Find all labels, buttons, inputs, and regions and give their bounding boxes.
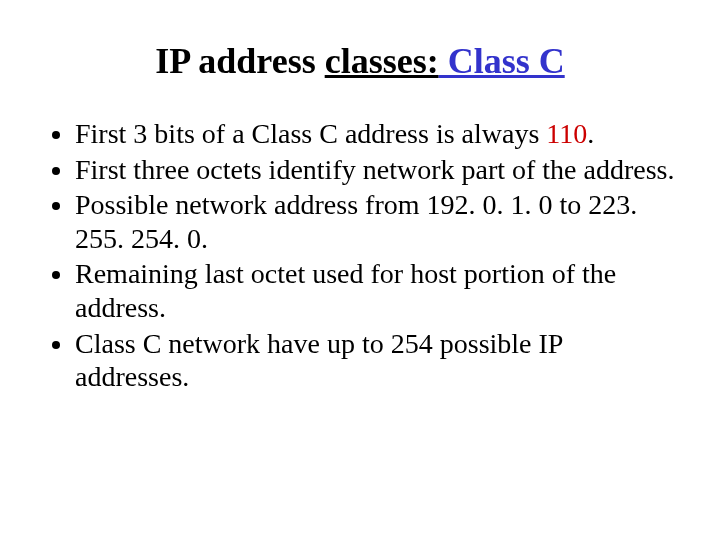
list-item: First three octets identify network part…: [75, 153, 680, 187]
bullet-text: First 3 bits of a Class C address is alw…: [75, 118, 546, 149]
title-blue: Class C: [439, 41, 565, 81]
title-underlined: classes:: [325, 41, 439, 81]
list-item: Possible network address from 192. 0. 1.…: [75, 188, 680, 255]
list-item: First 3 bits of a Class C address is alw…: [75, 117, 680, 151]
slide-title: IP address classes: Class C: [40, 40, 680, 82]
bullet-text: First three octets identify network part…: [75, 154, 675, 185]
bullet-text: Remaining last octet used for host porti…: [75, 258, 616, 323]
list-item: Remaining last octet used for host porti…: [75, 257, 680, 324]
title-prefix: IP address: [155, 41, 324, 81]
bullet-list: First 3 bits of a Class C address is alw…: [40, 117, 680, 394]
bullet-text: .: [587, 118, 594, 149]
bullet-text: Class C network have up to 254 possible …: [75, 328, 562, 393]
bullet-red-text: 110: [546, 118, 587, 149]
bullet-text: Possible network address from 192. 0. 1.…: [75, 189, 637, 254]
list-item: Class C network have up to 254 possible …: [75, 327, 680, 394]
